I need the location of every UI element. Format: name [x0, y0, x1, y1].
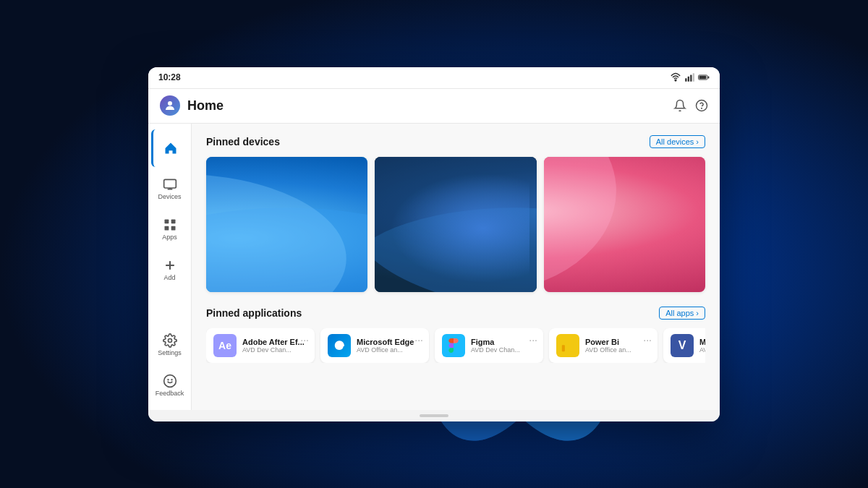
app-icon-figma	[442, 334, 465, 357]
device-card-cloud-pc[interactable]: Windows 365 My Cloud PC 8vCPU | 32GB | 5…	[206, 157, 367, 293]
battery-icon	[698, 72, 710, 82]
app-window: 10:28	[148, 67, 720, 421]
sidebar-item-home[interactable]	[151, 129, 189, 167]
app-more-pbi[interactable]: ···	[643, 334, 652, 346]
svg-rect-28	[693, 73, 694, 82]
sidebar-item-add[interactable]: Add	[151, 251, 189, 288]
svg-point-43	[163, 374, 176, 387]
title-actions	[673, 99, 708, 112]
status-bar: 10:28	[148, 67, 720, 89]
title-left: Home	[160, 95, 224, 116]
app-name-ae: Adobe After Ef...	[242, 338, 307, 346]
figma-logo	[448, 338, 459, 353]
app-icon-edge	[328, 334, 351, 357]
status-time: 10:28	[158, 72, 181, 82]
device-thumb-cloud-pc	[206, 157, 367, 293]
svg-point-45	[171, 379, 172, 380]
edge-logo	[333, 339, 346, 352]
pinned-devices-header: Pinned devices All devices ›	[206, 135, 705, 148]
app-item-figma[interactable]: Figma AVD Dev Chan... ···	[435, 328, 543, 363]
app-source-figma: AVD Dev Chan...	[471, 346, 536, 354]
all-apps-link[interactable]: All apps ›	[659, 307, 705, 320]
svg-point-24	[675, 80, 676, 81]
app-info-ae: Adobe After Ef... AVD Dev Chan...	[242, 338, 307, 354]
app-info-visio: Microsoft Visio AVD Office an...	[699, 338, 705, 354]
device-card-dev-box[interactable]: Dev Box My Dev Box 16vCPU | 64GB | 2048G…	[375, 157, 536, 293]
app-source-edge: AVD Office an...	[357, 346, 422, 354]
svg-rect-55	[562, 345, 565, 351]
svg-rect-35	[163, 179, 176, 188]
app-item-after-effects[interactable]: Ae Adobe After Ef... AVD Dev Chan... ···	[206, 328, 315, 363]
svg-rect-37	[171, 219, 175, 223]
device-thumb-avd	[544, 157, 705, 293]
feedback-icon	[163, 374, 177, 388]
svg-point-51	[375, 207, 536, 292]
all-devices-link[interactable]: All devices ›	[650, 135, 705, 148]
page-title: Home	[187, 98, 224, 114]
wifi-icon	[671, 72, 681, 82]
pinned-apps-header: Pinned applications All apps ›	[206, 307, 705, 320]
bottom-indicator	[420, 414, 448, 417]
app-item-powerbi[interactable]: Power Bi AVD Office an... ···	[549, 328, 658, 363]
svg-point-34	[702, 108, 702, 108]
svg-rect-27	[690, 75, 692, 82]
svg-rect-31	[708, 76, 710, 78]
svg-point-54	[454, 343, 459, 348]
app-source-visio: AVD Office an...	[699, 346, 705, 354]
app-item-edge[interactable]: Microsoft Edge AVD Office an... ···	[320, 328, 429, 363]
svg-rect-39	[171, 226, 175, 230]
bell-icon[interactable]	[673, 99, 686, 112]
sidebar-item-feedback[interactable]: Feedback	[151, 367, 189, 404]
home-icon	[163, 141, 178, 155]
app-name-edge: Microsoft Edge	[357, 338, 422, 346]
app-icon-ae: Ae	[213, 334, 237, 357]
app-more-ae[interactable]: ···	[300, 334, 309, 346]
svg-point-44	[168, 379, 169, 380]
svg-rect-26	[688, 77, 689, 82]
settings-icon	[163, 333, 177, 348]
app-source-ae: AVD Dev Chan...	[242, 346, 307, 354]
devices-grid: Windows 365 My Cloud PC 8vCPU | 32GB | 5…	[206, 157, 705, 293]
app-info-pbi: Power Bi AVD Office an...	[585, 338, 650, 354]
powerbi-logo	[561, 339, 575, 352]
svg-rect-49	[375, 157, 536, 293]
sidebar-item-settings[interactable]: Settings	[151, 326, 189, 364]
sidebar: Devices Apps Add	[148, 124, 192, 410]
device-card-avd[interactable]: Azure Virtual Desktop AVD Desktop AVD Co…	[544, 157, 705, 293]
apps-icon	[163, 218, 177, 232]
app-info-edge: Microsoft Edge AVD Office an...	[357, 338, 422, 354]
svg-rect-57	[570, 339, 573, 351]
app-more-edge[interactable]: ···	[414, 334, 423, 346]
svg-rect-30	[699, 76, 707, 79]
pinned-apps-title: Pinned applications	[206, 307, 302, 319]
apps-row: Ae Adobe After Ef... AVD Dev Chan... ···	[206, 328, 705, 363]
add-icon	[163, 258, 177, 273]
avatar	[160, 95, 180, 116]
sidebar-label-apps: Apps	[162, 234, 177, 241]
devices-icon	[163, 177, 177, 192]
sidebar-item-apps[interactable]: Apps	[151, 210, 189, 248]
app-info-figma: Figma AVD Dev Chan...	[471, 338, 536, 354]
app-source-pbi: AVD Office an...	[585, 346, 650, 354]
device-thumb-dev-box	[375, 157, 536, 293]
svg-point-42	[168, 338, 171, 342]
signal-icon	[684, 72, 694, 82]
svg-point-50	[375, 157, 536, 293]
status-icons	[671, 72, 710, 82]
app-more-figma[interactable]: ···	[529, 334, 537, 346]
app-name-pbi: Power Bi	[585, 338, 650, 346]
help-icon[interactable]	[695, 99, 708, 112]
title-bar: Home	[148, 89, 720, 124]
content-area: Pinned devices All devices ›	[192, 124, 720, 410]
svg-rect-36	[164, 219, 169, 223]
app-item-visio[interactable]: V Microsoft Visio AVD Office an... ···	[663, 328, 705, 363]
main-layout: Devices Apps Add	[148, 124, 720, 410]
sidebar-label-devices: Devices	[158, 194, 181, 200]
sidebar-item-devices[interactable]: Devices	[151, 170, 189, 207]
app-name-visio: Microsoft Visio	[699, 338, 705, 346]
bottom-bar	[148, 410, 720, 421]
svg-rect-38	[164, 226, 169, 230]
pinned-devices-title: Pinned devices	[206, 136, 280, 147]
sidebar-label-add: Add	[163, 275, 175, 281]
svg-rect-56	[566, 342, 569, 351]
